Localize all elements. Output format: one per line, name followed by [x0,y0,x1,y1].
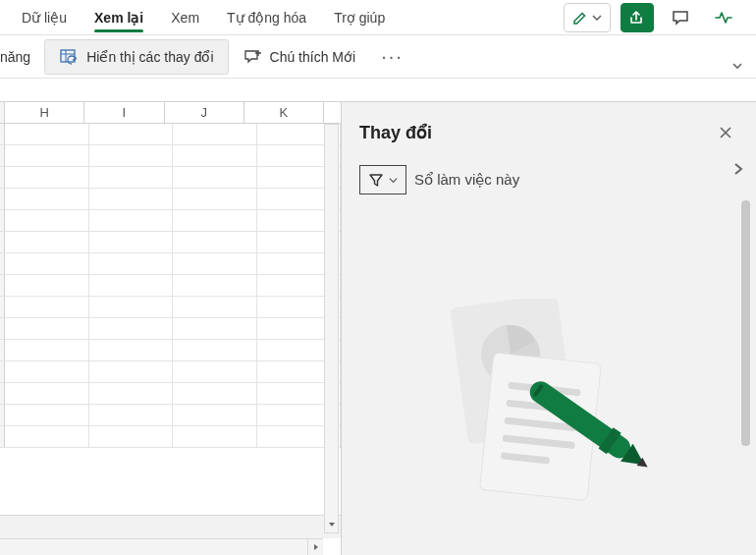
column-header[interactable]: K [244,102,324,123]
new-comment-button[interactable]: Chú thích Mới [229,39,370,75]
column-headers: H I J K [0,102,341,124]
horizontal-scrollbar[interactable] [0,538,323,555]
table-row[interactable] [0,124,341,145]
spreadsheet-grid: H I J K [0,102,342,555]
filter-icon [368,172,384,188]
pencil-icon [572,10,588,26]
scroll-down-arrow[interactable] [325,517,338,532]
table-row[interactable] [0,210,341,232]
collapse-ribbon-button[interactable] [730,59,744,76]
collapse-side-panel-button[interactable] [730,161,746,180]
show-changes-button[interactable]: Hiển thị các thay đổi [44,39,228,75]
table-row[interactable] [0,253,341,275]
chevron-down-icon [592,13,602,23]
tab-view[interactable]: Xem [157,4,213,31]
triangle-right-icon [312,543,320,551]
triangle-down-icon [328,521,336,528]
editing-mode-dropdown[interactable] [564,3,611,32]
scroll-right-arrow[interactable] [307,539,323,555]
chevron-down-icon [730,59,744,73]
grid-body[interactable] [0,124,341,555]
comments-button[interactable] [664,3,697,32]
table-row[interactable] [0,426,341,448]
filter-dropdown[interactable] [359,165,406,194]
title-bar-controls [564,3,756,32]
formula-bar[interactable] [0,79,756,102]
tab-review[interactable]: Xem lại [81,4,157,31]
chevron-down-icon [389,176,398,185]
ribbon-label: Hiển thị các thay đổi [86,49,213,65]
activity-icon [714,8,733,28]
share-icon [628,9,646,27]
chevron-right-icon [730,161,746,177]
ribbon-label: năng [0,49,30,65]
tab-automate[interactable]: Tự động hóa [213,4,320,31]
tab-help[interactable]: Trợ giúp [320,4,399,31]
changes-panel: Thay đổi Sổ làm việc này [342,102,756,555]
panel-scrollbar[interactable] [741,200,750,446]
table-row[interactable] [0,361,341,383]
main-area: H I J K [0,102,756,555]
table-row[interactable] [0,167,341,189]
table-row[interactable] [0,145,341,167]
table-row[interactable] [0,297,341,318]
filter-scope-label: Sổ làm việc này [414,171,519,189]
tab-data[interactable]: Dữ liệu [8,4,81,31]
column-header[interactable]: H [5,102,84,123]
ribbon-commands: năng Hiển thị các thay đổi Chú thích Mới… [0,35,756,79]
activity-button[interactable] [707,3,740,32]
show-changes-icon [59,47,79,67]
close-icon [719,126,732,139]
panel-title: Thay đổi [359,122,432,143]
share-button[interactable] [621,3,654,32]
ribbon-overflow-button[interactable]: ··· [369,45,415,68]
new-comment-icon [243,47,262,67]
column-header[interactable]: I [84,102,164,123]
table-row[interactable] [0,189,341,210]
ribbon-label: Chú thích Mới [270,49,356,65]
table-row[interactable] [0,318,341,340]
table-row[interactable] [0,275,341,297]
table-row[interactable] [0,232,341,253]
table-row[interactable] [0,383,341,405]
empty-state-illustration [401,299,707,525]
grid-bottom-surface [0,515,341,538]
ribbon-performance-partial[interactable]: năng [0,39,44,75]
table-row[interactable] [0,405,341,426]
column-header[interactable]: J [165,102,244,123]
panel-header: Thay đổi [359,120,738,145]
comment-icon [671,8,690,28]
close-panel-button[interactable] [713,120,738,145]
filter-row: Sổ làm việc này [359,165,738,194]
table-row[interactable] [0,340,341,361]
vertical-scrollbar[interactable] [324,124,339,533]
ribbon-tabs: Dữ liệu Xem lại Xem Tự động hóa Trợ giúp [0,0,756,35]
